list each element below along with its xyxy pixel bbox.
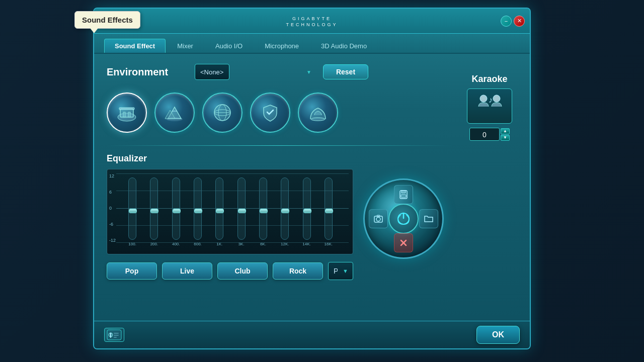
eq-slider-4[interactable] [209, 177, 229, 240]
svg-point-22 [376, 217, 380, 221]
svg-text:♪: ♪ [489, 96, 493, 104]
environment-label: Environment [107, 66, 187, 78]
dial-save-button[interactable] [394, 185, 413, 204]
section-divider [107, 145, 452, 146]
tab-mixer[interactable]: Mixer [167, 39, 204, 53]
window-controls: − ✕ [501, 16, 525, 27]
svg-rect-3 [123, 112, 125, 117]
svg-rect-20 [401, 195, 406, 198]
dial-power-button[interactable] [388, 204, 419, 234]
title-bar: GIGABYTE TECHNOLOGY − ✕ [94, 9, 530, 34]
dial-camera-button[interactable] [369, 209, 388, 228]
close-button[interactable]: ✕ [514, 16, 525, 27]
dial-cancel-button[interactable] [394, 233, 413, 252]
svg-rect-32 [114, 333, 119, 334]
env-icon-shield[interactable] [250, 93, 290, 133]
info-button[interactable] [104, 328, 124, 342]
svg-rect-19 [401, 191, 406, 193]
eq-grid-6: 6 [109, 190, 116, 195]
svg-rect-34 [114, 337, 117, 338]
main-window: GIGABYTE TECHNOLOGY − ✕ Sound Effect Mix… [93, 8, 531, 349]
svg-point-14 [311, 118, 325, 121]
eq-slider-1[interactable] [144, 177, 164, 240]
svg-rect-33 [114, 335, 119, 336]
tab-bar: Sound Effect Mixer Audio I/O Microphone … [94, 34, 530, 54]
environment-row: Environment <None> Reset [107, 64, 517, 80]
environment-select[interactable]: <None> [195, 64, 229, 80]
preset-live-button[interactable]: Live [162, 262, 212, 280]
eq-panel: Equalizer 12 6 0 -6 -12 [107, 153, 353, 280]
svg-point-8 [167, 117, 183, 121]
env-icon-mountains[interactable] [154, 93, 195, 133]
sound-effects-tooltip: Sound Effects [74, 11, 140, 29]
environment-select-wrapper: <None> [195, 64, 315, 80]
ok-button[interactable]: OK [476, 326, 520, 344]
karaoke-label: Karaoke [462, 74, 517, 84]
control-dial [363, 178, 444, 259]
eq-slider-0[interactable] [122, 177, 142, 240]
tab-audio-io[interactable]: Audio I/O [205, 39, 253, 53]
karaoke-value: 0 [469, 128, 500, 141]
control-dial-area [363, 153, 444, 259]
minimize-button[interactable]: − [501, 16, 512, 27]
eq-grid-neg6: -6 [109, 222, 116, 227]
dial-folder-button[interactable] [419, 209, 438, 228]
preset-pop-button[interactable]: Pop [107, 262, 157, 280]
karaoke-up-button[interactable]: ▲ [501, 128, 510, 134]
equalizer-label: Equalizer [107, 153, 353, 164]
preset-select[interactable]: Pop Live Club Rock Jazz Classic [328, 262, 353, 280]
tab-sound-effect[interactable]: Sound Effect [104, 39, 166, 53]
svg-rect-2 [119, 108, 134, 110]
reset-button[interactable]: Reset [323, 64, 368, 79]
eq-grid-12: 12 [109, 173, 116, 178]
karaoke-spinner-buttons: ▲ ▼ [501, 128, 510, 141]
environment-icons [107, 87, 517, 138]
preset-club-button[interactable]: Club [217, 262, 268, 280]
tab-microphone[interactable]: Microphone [254, 39, 309, 53]
equalizer-chart: 12 6 0 -6 -12 [107, 169, 353, 254]
eq-slider-5[interactable] [231, 177, 251, 240]
eq-slider-2[interactable] [166, 177, 186, 240]
karaoke-panel: Karaoke ♪ 0 ▲ [462, 74, 517, 141]
bottom-bar: OK [94, 321, 530, 348]
env-icon-building[interactable] [298, 93, 338, 133]
karaoke-spinner: 0 ▲ ▼ [462, 128, 517, 141]
eq-slider-9[interactable] [318, 177, 339, 240]
eq-slider-7[interactable] [275, 177, 295, 240]
karaoke-down-button[interactable]: ▼ [501, 135, 510, 141]
env-icon-concert-hall[interactable] [107, 93, 147, 133]
preset-row: Pop Live Club Rock Pop Live Club Rock Ja… [107, 262, 353, 280]
karaoke-icon: ♪ [467, 88, 512, 124]
preset-select-wrapper: Pop Live Club Rock Jazz Classic [328, 262, 353, 280]
app-logo: GIGABYTE TECHNOLOGY [286, 15, 338, 27]
eq-grid-0: 0 [109, 206, 116, 211]
eq-slider-3[interactable] [188, 177, 208, 240]
eq-slider-6[interactable] [253, 177, 273, 240]
eq-grid-neg12: -12 [109, 238, 116, 243]
eq-sliders-container [111, 174, 349, 240]
svg-point-15 [480, 95, 487, 102]
svg-rect-1 [120, 109, 133, 117]
equalizer-section: Equalizer 12 6 0 -6 -12 [107, 153, 517, 280]
preset-rock-button[interactable]: Rock [273, 262, 323, 280]
svg-point-17 [493, 95, 500, 102]
tab-3d-audio[interactable]: 3D Audio Demo [310, 39, 377, 53]
eq-slider-8[interactable] [296, 177, 316, 240]
content-area: Environment <None> Reset [94, 54, 530, 328]
env-icon-globe[interactable] [202, 93, 243, 133]
svg-rect-4 [128, 112, 130, 117]
